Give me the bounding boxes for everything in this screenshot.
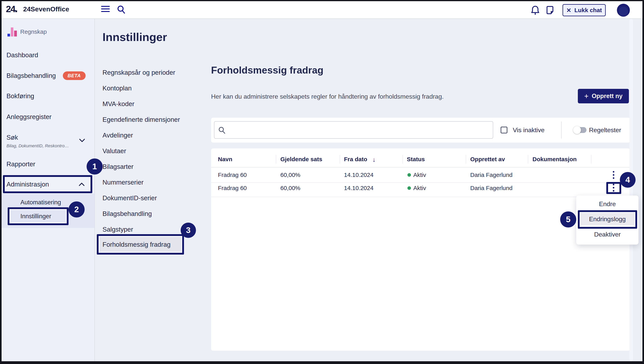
- settings-nav-bilagsarter[interactable]: Bilagsarter: [102, 163, 133, 170]
- settings-nav-nummerserier[interactable]: Nummerserier: [102, 179, 143, 186]
- search-icon[interactable]: [116, 5, 126, 15]
- step-badge-4: 4: [620, 172, 635, 188]
- col-header-status[interactable]: Status: [407, 156, 425, 162]
- sidebar-item-rapporter[interactable]: Rapporter: [7, 160, 35, 168]
- header-underline: [211, 167, 630, 168]
- settings-nav-salgstyper[interactable]: Salgstyper: [102, 226, 133, 233]
- table-card: Navn Gjeldende sats Fra dato ↓ Status Op…: [211, 148, 630, 351]
- row-actions-kebab-icon[interactable]: [613, 184, 614, 192]
- row-divider: [211, 197, 630, 197]
- frame-border-bottom: [0, 361, 644, 364]
- col-header-fra-dato[interactable]: Fra dato: [344, 156, 367, 162]
- status-badge: Aktiv: [413, 172, 426, 178]
- settings-nav-avdelinger[interactable]: Avdelinger: [102, 132, 133, 139]
- sidebar-subitem-innstillinger[interactable]: Innstillinger: [21, 213, 51, 220]
- brand-name: 24SevenOffice: [23, 5, 69, 13]
- header-separator: [466, 155, 466, 164]
- table-search: [214, 121, 493, 139]
- header-separator: [402, 155, 403, 164]
- brand-logo-text: 24: [6, 4, 15, 14]
- status-dot: [407, 173, 411, 177]
- status-badge: Aktiv: [413, 185, 426, 192]
- create-new-button[interactable]: + Opprett ny: [578, 89, 629, 103]
- sidebar-subitem-automatisering[interactable]: Automatisering: [21, 199, 61, 206]
- close-chat-label: Lukk chat: [574, 7, 602, 14]
- product-name: Regnskap: [20, 28, 47, 35]
- sidebar-item-anleggsregister[interactable]: Anleggsregister: [7, 113, 52, 120]
- chevron-up-icon[interactable]: [78, 182, 86, 187]
- topbar: 24 24SevenOffice ✕ Lukk chat: [0, 1, 644, 19]
- notifications-bell-icon[interactable]: [530, 5, 540, 15]
- cell-sats: 60,00%: [280, 185, 300, 192]
- sort-desc-icon[interactable]: ↓: [372, 156, 376, 163]
- notes-icon[interactable]: [545, 6, 555, 15]
- step-badge-5: 5: [560, 212, 576, 228]
- rule-tester-toggle-knob[interactable]: [573, 126, 581, 134]
- create-new-label: Opprett ny: [592, 92, 622, 100]
- cell-fra-dato: 14.10.2024: [344, 172, 373, 178]
- menu-item-endre[interactable]: Endre: [576, 200, 638, 208]
- regnskap-barchart-icon: [8, 27, 17, 36]
- settings-title: Innstillinger: [102, 30, 167, 44]
- header-separator: [528, 155, 528, 164]
- close-chat-button[interactable]: ✕ Lukk chat: [562, 4, 606, 16]
- frame-border-top: [0, 0, 644, 1]
- sidebar-item-administrasjon[interactable]: Administrasjon: [7, 181, 49, 188]
- cell-sats: 60,00%: [280, 172, 300, 178]
- settings-nav-regnskapsar[interactable]: Regnskapsår og perioder: [102, 69, 175, 76]
- col-header-navn[interactable]: Navn: [218, 156, 232, 162]
- show-inactive-checkbox[interactable]: [501, 127, 507, 133]
- step-badge-1: 1: [87, 158, 103, 174]
- search-icon: [218, 126, 226, 134]
- header-separator: [276, 155, 276, 164]
- close-icon: ✕: [566, 7, 571, 14]
- frame-border-right: [642, 0, 644, 364]
- rule-tester-label: Regeltester: [589, 126, 621, 134]
- settings-nav-mva-koder[interactable]: MVA-koder: [102, 100, 134, 108]
- cell-navn: Fradrag 60: [218, 172, 247, 178]
- sidebar-item-bokforing[interactable]: Bokføring: [7, 92, 34, 100]
- annotation-box-endringslogg: [578, 210, 637, 229]
- scrollbar[interactable]: [629, 19, 633, 361]
- plus-icon: +: [584, 92, 589, 100]
- toolbar-card: Vis inaktive Regeltester: [211, 118, 630, 142]
- page-description: Her kan du administrere selskapets regle…: [211, 93, 444, 100]
- header-separator: [340, 155, 340, 164]
- beta-badge: BETA: [63, 72, 86, 80]
- brand-logo-dot: [15, 10, 17, 12]
- col-header-gjeldende-sats[interactable]: Gjeldende sats: [280, 156, 322, 162]
- brand-logo-icon: 24: [6, 4, 17, 14]
- sidebar-item-bilagsbehandling[interactable]: Bilagsbehandling: [7, 72, 56, 80]
- frame-border-left: [0, 0, 2, 364]
- sidebar-item-sok[interactable]: Søk: [7, 134, 18, 141]
- hamburger-menu-icon[interactable]: [101, 4, 110, 14]
- row-actions-kebab-icon[interactable]: [613, 171, 614, 179]
- settings-nav-kontoplan[interactable]: Kontoplan: [102, 84, 132, 92]
- step-badge-2: 2: [69, 202, 85, 218]
- settings-nav-dokumentid-serier[interactable]: DokumentID-serier: [102, 194, 157, 202]
- user-avatar[interactable]: [617, 4, 630, 17]
- chevron-down-icon[interactable]: [78, 138, 86, 143]
- show-inactive-label: Vis inaktive: [513, 126, 544, 134]
- menu-item-deaktiver[interactable]: Deaktiver: [576, 231, 638, 238]
- header-separator: [591, 155, 591, 164]
- col-header-dokumentasjon[interactable]: Dokumentasjon: [532, 156, 577, 162]
- cell-opprettet-av: Daria Fagerlund: [470, 172, 512, 178]
- cell-fra-dato: 14.10.2024: [344, 185, 373, 192]
- cell-opprettet-av: Daria Fagerlund: [470, 185, 512, 192]
- search-input[interactable]: [226, 123, 489, 137]
- col-header-opprettet-av[interactable]: Opprettet av: [470, 156, 505, 162]
- sok-caption: Bilag, DokumentID, Reskontro…: [7, 143, 69, 148]
- cell-navn: Fradrag 60: [218, 185, 247, 192]
- settings-nav-valutaer[interactable]: Valutaer: [102, 147, 126, 155]
- sidebar-divider: [94, 19, 95, 361]
- settings-nav-forholdsmessig-fradrag[interactable]: Forholdsmessig fradrag: [102, 241, 171, 248]
- status-dot: [407, 186, 411, 190]
- sidebar-item-dashboard[interactable]: Dashboard: [7, 52, 38, 59]
- settings-nav-bilagsbehandling[interactable]: Bilagsbehandling: [102, 210, 152, 218]
- page-title: Forholdsmessig fradrag: [211, 64, 323, 76]
- row-divider: [211, 182, 630, 183]
- step-badge-3: 3: [181, 222, 196, 238]
- settings-nav-egendefinerte-dimensjoner[interactable]: Egendefinerte dimensjoner: [102, 116, 180, 123]
- screenshot-root: 24 24SevenOffice ✕ Lukk chat Regnskap Da…: [0, 0, 644, 364]
